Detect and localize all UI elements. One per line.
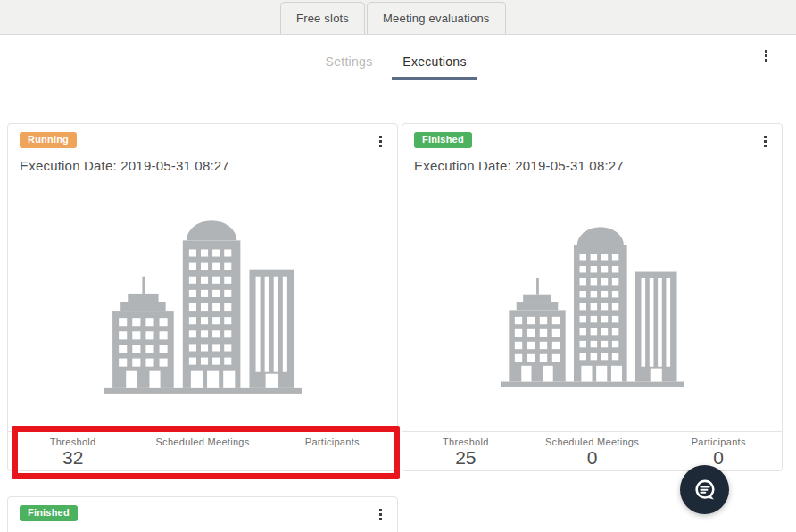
tab-free-slots[interactable]: Free slots	[280, 2, 365, 34]
execution-date: Execution Date: 2019-05-31 08:27	[20, 158, 386, 173]
stat-threshold: Threshold 32	[8, 432, 137, 470]
tab-settings-label: Settings	[326, 54, 373, 69]
status-badge: Finished	[20, 505, 78, 521]
execution-card: Finished Execution Date: 2019-04-04 04:5…	[7, 496, 398, 532]
executions-list: Running Execution Date: 2019-05-31 08:27…	[7, 123, 783, 471]
stats-row: Threshold 32 Scheduled Meetings Particip…	[8, 431, 397, 470]
execution-date: Execution Date: 2019-05-31 08:27	[414, 158, 770, 173]
stats-row: Threshold 25 Scheduled Meetings 0 Partic…	[402, 431, 782, 470]
tab-meeting-evaluations[interactable]: Meeting evaluations	[367, 2, 505, 34]
card-header: Finished Execution Date: 2019-04-04 04:5…	[8, 497, 397, 532]
card-body	[402, 173, 782, 431]
city-buildings-illustration	[501, 215, 684, 390]
kebab-menu-icon[interactable]	[761, 46, 771, 65]
status-badge: Finished	[414, 132, 472, 148]
chat-bubble-icon	[691, 476, 719, 504]
kebab-menu-icon[interactable]	[376, 132, 386, 151]
tab-settings[interactable]: Settings	[306, 47, 392, 80]
card-header: Finished Execution Date: 2019-05-31 08:2…	[402, 124, 782, 173]
kebab-menu-icon[interactable]	[376, 505, 386, 524]
card-header: Running Execution Date: 2019-05-31 08:27	[8, 124, 397, 173]
panel-tab-bar: Settings Executions	[0, 47, 784, 80]
main-panel: Settings Executions Running Execution Da…	[0, 35, 784, 532]
tab-executions-label: Executions	[402, 54, 466, 69]
active-tab-indicator	[392, 77, 477, 80]
city-buildings-illustration	[104, 208, 302, 397]
stat-scheduled-meetings: Scheduled Meetings	[137, 432, 267, 470]
tab-executions[interactable]: Executions	[392, 47, 477, 80]
top-tab-bar: Free slots Meeting evaluations	[0, 0, 796, 35]
stat-threshold: Threshold 25	[402, 432, 529, 470]
execution-card: Running Execution Date: 2019-05-31 08:27…	[7, 123, 398, 471]
stat-scheduled-meetings: Scheduled Meetings 0	[529, 432, 656, 470]
chat-widget-button[interactable]	[680, 465, 729, 514]
stat-participants: Participants 0	[655, 432, 782, 470]
kebab-menu-icon[interactable]	[760, 132, 770, 151]
execution-card: Finished Execution Date: 2019-05-31 08:2…	[402, 123, 783, 471]
stat-participants: Participants	[268, 432, 397, 470]
card-body	[8, 173, 397, 431]
status-badge: Running	[20, 132, 77, 148]
